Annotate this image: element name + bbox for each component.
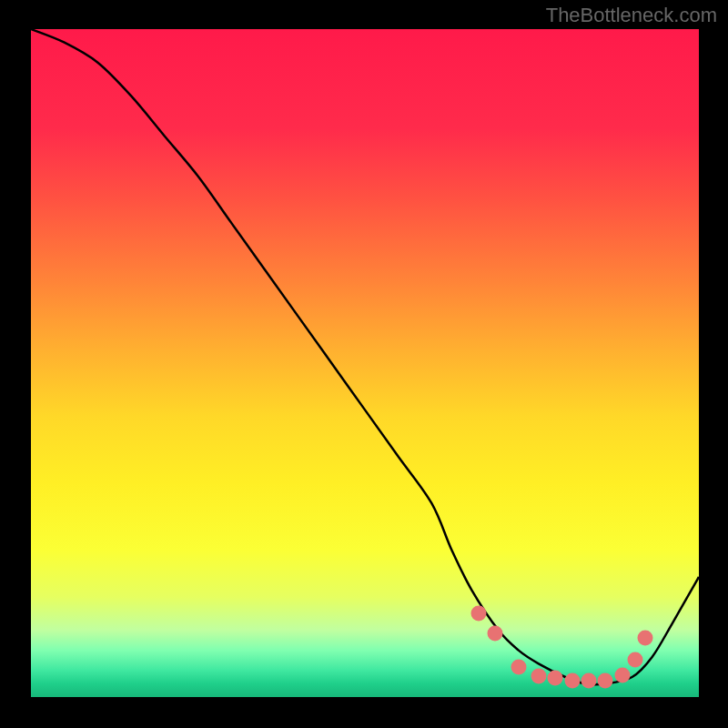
data-point [628,652,643,667]
data-point [581,673,596,689]
data-point [531,668,546,683]
data-point [564,672,580,688]
data-point [511,659,526,674]
data-point [488,626,503,642]
data-point [598,672,613,688]
watermark-text: TheBottleneck.com [546,4,717,27]
curve-svg [31,29,699,697]
bottleneck-curve [31,29,699,684]
chart-plot-area [31,29,699,697]
data-point [614,667,630,682]
data-point [638,631,653,646]
data-point [548,671,563,686]
data-point [470,606,486,622]
